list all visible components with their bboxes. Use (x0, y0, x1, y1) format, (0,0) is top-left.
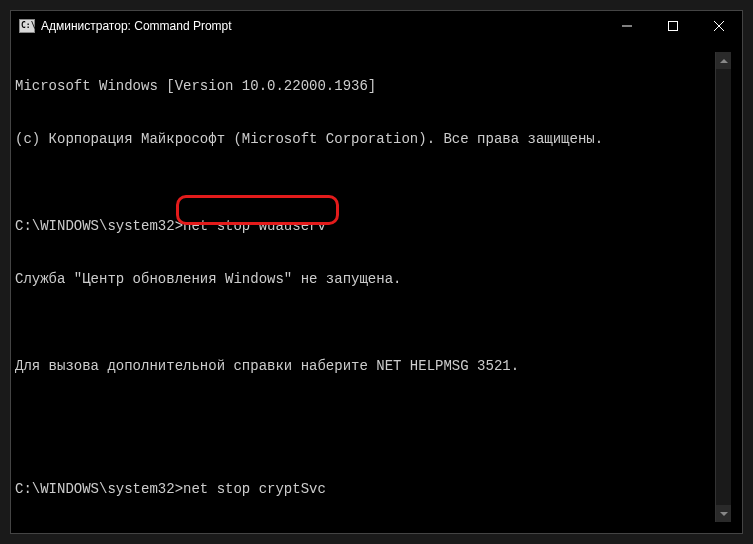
minimize-icon (622, 21, 632, 31)
terminal-output[interactable]: Microsoft Windows [Version 10.0.22000.19… (11, 41, 742, 533)
chevron-down-icon (720, 512, 728, 516)
terminal-line: Для вызова дополнительной справки набери… (15, 358, 738, 376)
vertical-scrollbar[interactable] (715, 52, 731, 522)
minimize-button[interactable] (604, 11, 650, 41)
window-title: Администратор: Command Prompt (41, 19, 232, 33)
scroll-down-button[interactable] (716, 505, 731, 522)
terminal-line: C:\WINDOWS\system32>net stop wuauserv (15, 218, 738, 236)
scroll-up-button[interactable] (716, 52, 731, 69)
chevron-up-icon (720, 59, 728, 63)
cmd-icon: C:\ (19, 19, 35, 33)
terminal-line: (c) Корпорация Майкрософт (Microsoft Cor… (15, 131, 738, 149)
command-prompt-window: C:\ Администратор: Command Prompt Micros… (10, 10, 743, 534)
scrollbar-track[interactable] (716, 69, 731, 505)
maximize-icon (668, 21, 678, 31)
svg-rect-1 (669, 22, 678, 31)
terminal-line: Служба "Центр обновления Windows" не зап… (15, 271, 738, 289)
terminal-line: C:\WINDOWS\system32>net stop cryptSvc (15, 481, 738, 499)
titlebar-left: C:\ Администратор: Command Prompt (19, 19, 232, 33)
close-button[interactable] (696, 11, 742, 41)
titlebar[interactable]: C:\ Администратор: Command Prompt (11, 11, 742, 41)
terminal-line: Microsoft Windows [Version 10.0.22000.19… (15, 78, 738, 96)
maximize-button[interactable] (650, 11, 696, 41)
close-icon (714, 21, 724, 31)
titlebar-controls (604, 11, 742, 41)
